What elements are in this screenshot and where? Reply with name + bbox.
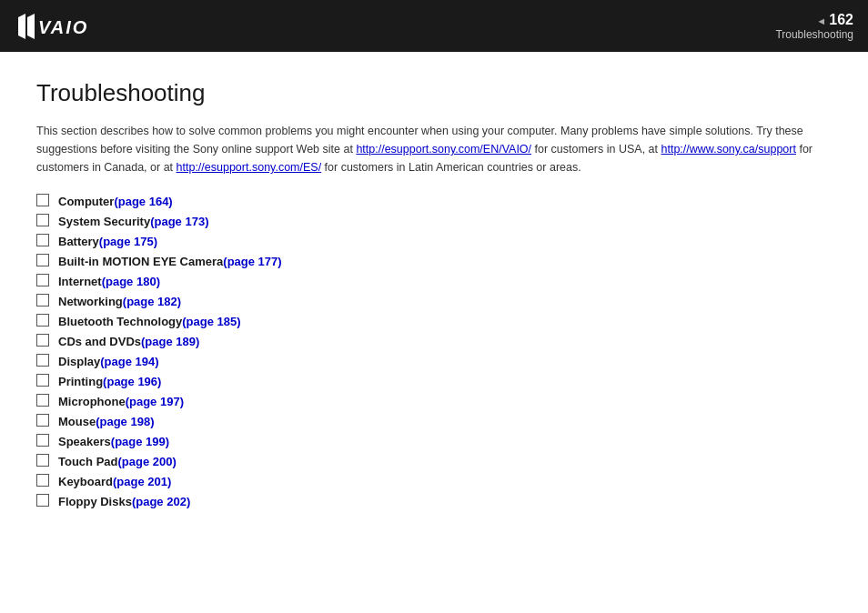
item-label: Built-in MOTION EYE Camera — [58, 255, 223, 268]
main-content: Troubleshooting This section describes h… — [0, 52, 868, 531]
list-item: Display (page 194) — [36, 353, 832, 368]
item-page-link[interactable]: (page 164) — [114, 195, 172, 208]
item-page-link[interactable]: (page 198) — [96, 415, 154, 428]
list-item: Internet (page 180) — [36, 273, 832, 288]
item-label: Display — [58, 355, 100, 368]
item-page-link[interactable]: (page 200) — [117, 455, 176, 468]
checkbox-icon — [36, 374, 49, 387]
list-item: Floppy Disks (page 202) — [36, 493, 832, 508]
item-label: Networking — [58, 295, 123, 308]
checkbox-icon — [36, 494, 49, 507]
checkbox-icon — [36, 414, 49, 427]
item-page-link[interactable]: (page 185) — [182, 315, 240, 328]
page-number-container: ◄ 162 — [816, 12, 853, 28]
list-item: Mouse (page 198) — [36, 413, 832, 428]
checkbox-icon — [36, 394, 49, 407]
item-label: Speakers — [58, 435, 111, 448]
link-sony-ca[interactable]: http://www.sony.ca/support — [661, 143, 796, 156]
item-label: System Security — [58, 215, 150, 228]
checkbox-icon — [36, 194, 49, 206]
item-page-link[interactable]: (page 180) — [102, 275, 160, 288]
list-item: Speakers (page 199) — [36, 433, 832, 448]
item-page-link[interactable]: (page 199) — [111, 435, 169, 448]
link-esupport-es[interactable]: http://esupport.sony.com/ES/ — [177, 161, 322, 174]
item-label: Bluetooth Technology — [58, 315, 182, 328]
item-page-link[interactable]: (page 196) — [103, 375, 161, 388]
item-page-link[interactable]: (page 197) — [126, 395, 184, 408]
item-page-link[interactable]: (page 175) — [99, 235, 157, 248]
list-item: Microphone (page 197) — [36, 393, 832, 408]
header-right: ◄ 162 Troubleshooting — [775, 12, 853, 41]
item-page-link[interactable]: (page 201) — [113, 475, 171, 488]
list-item: Bluetooth Technology (page 185) — [36, 313, 832, 328]
list-item: CDs and DVDs (page 189) — [36, 333, 832, 348]
checkbox-icon — [36, 334, 49, 347]
list-item: Printing (page 196) — [36, 373, 832, 388]
item-label: Keyboard — [58, 475, 113, 488]
list-item: Built-in MOTION EYE Camera (page 177) — [36, 253, 832, 268]
header: VAIO ◄ 162 Troubleshooting — [0, 0, 868, 52]
checkbox-icon — [36, 214, 49, 226]
link-esupport-en[interactable]: http://esupport.sony.com/EN/VAIO/ — [356, 143, 531, 156]
item-label: Floppy Disks — [58, 495, 132, 508]
list-item: Networking (page 182) — [36, 293, 832, 308]
checkbox-icon — [36, 474, 49, 487]
checkbox-icon — [36, 314, 49, 327]
item-label: CDs and DVDs — [58, 335, 141, 348]
checkbox-icon — [36, 254, 49, 266]
svg-text:VAIO: VAIO — [38, 17, 88, 37]
checkbox-icon — [36, 274, 49, 286]
list-item: Keyboard (page 201) — [36, 473, 832, 488]
vaio-logo: VAIO — [15, 10, 96, 43]
intro-text-part4: for customers in Latin American countrie… — [325, 161, 581, 174]
section-label: Troubleshooting — [775, 28, 853, 41]
checkbox-icon — [36, 454, 49, 467]
item-page-link[interactable]: (page 177) — [223, 255, 281, 268]
item-label: Computer — [58, 195, 114, 208]
checkbox-icon — [36, 234, 49, 246]
item-label: Touch Pad — [58, 455, 117, 468]
item-label: Battery — [58, 235, 99, 248]
item-page-link[interactable]: (page 173) — [150, 215, 208, 228]
checkbox-icon — [36, 294, 49, 306]
item-label: Microphone — [58, 395, 126, 408]
checkbox-icon — [36, 434, 49, 447]
intro-text-part2: for customers in USA, at — [535, 143, 661, 156]
toc-list: Computer (page 164)System Security (page… — [36, 193, 832, 508]
item-page-link[interactable]: (page 202) — [132, 495, 190, 508]
item-page-link[interactable]: (page 182) — [123, 295, 181, 308]
list-item: Battery (page 175) — [36, 233, 832, 248]
intro-paragraph: This section describes how to solve comm… — [36, 122, 832, 176]
item-page-link[interactable]: (page 189) — [141, 335, 199, 348]
checkbox-icon — [36, 354, 49, 367]
item-label: Internet — [58, 275, 102, 288]
list-item: Touch Pad (page 200) — [36, 453, 832, 468]
item-page-link[interactable]: (page 194) — [100, 355, 158, 368]
list-item: System Security (page 173) — [36, 213, 832, 228]
page-number: 162 — [829, 12, 853, 27]
logo-area: VAIO — [15, 10, 96, 43]
list-item: Computer (page 164) — [36, 193, 832, 208]
page-title: Troubleshooting — [36, 79, 832, 107]
item-label: Printing — [58, 375, 103, 388]
item-label: Mouse — [58, 415, 96, 428]
